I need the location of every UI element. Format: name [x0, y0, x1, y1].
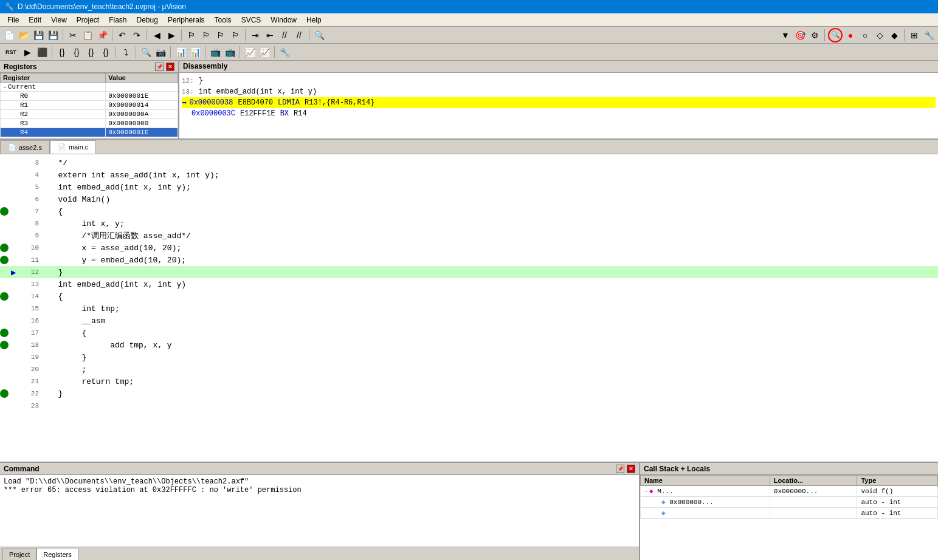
reg-row[interactable]: R4 0x0000001E	[1, 128, 178, 137]
unindent-button[interactable]: ⇤	[263, 29, 277, 42]
reg-row[interactable]: R2 0x0000000A	[1, 110, 178, 119]
menu-peripherals[interactable]: Peripherals	[163, 15, 210, 26]
settings-button[interactable]: 🔧	[922, 29, 936, 42]
run2-button[interactable]: ▶	[21, 46, 34, 59]
reg-row[interactable]: R5 0x0000001E	[1, 137, 178, 139]
chart2-button[interactable]: 📈	[258, 46, 271, 59]
menu-tools[interactable]: Tools	[210, 15, 236, 26]
stop2-button[interactable]: ⬛	[35, 46, 49, 59]
code-content[interactable]: 3 */ 4 extern int asse_add(int x, int y)…	[0, 154, 938, 462]
disp2-button[interactable]: 📺	[223, 46, 236, 59]
reg-row[interactable]: -Current	[1, 83, 178, 92]
mem2-button[interactable]: 📊	[188, 46, 202, 59]
comment-button[interactable]: //	[278, 29, 291, 42]
cam-button[interactable]: 📷	[154, 46, 167, 59]
tab-registers[interactable]: Registers	[36, 548, 78, 560]
copy-button[interactable]: 📋	[81, 29, 94, 42]
callstack-row[interactable]: ◆ 0x000000... auto - int	[641, 497, 938, 508]
menu-edit[interactable]: Edit	[24, 15, 46, 26]
reg-row[interactable]: R3 0x00000000	[1, 119, 178, 128]
code-line[interactable]: 6 void Main()	[0, 193, 938, 205]
chart1-button[interactable]: 📈	[243, 46, 257, 59]
tab-project[interactable]: Project	[2, 548, 36, 560]
menu-svcs[interactable]: SVCS	[236, 15, 266, 26]
debug-stop-button[interactable]: ○	[858, 29, 872, 42]
code-line[interactable]: 20 ;	[0, 363, 938, 375]
code-line[interactable]: 5 int embed_add(int x, int y);	[0, 181, 938, 193]
code-line[interactable]: 9 /*调用汇编函数 asse_add*/	[0, 230, 938, 242]
code-line[interactable]: 16 __asm	[0, 315, 938, 327]
menu-flash[interactable]: Flash	[104, 15, 131, 26]
mem1-button[interactable]: 📊	[174, 46, 187, 59]
code-line[interactable]: 19 }	[0, 351, 938, 363]
save-button[interactable]: 💾	[32, 29, 45, 42]
tab-mainc[interactable]: 📄 main.c	[50, 140, 96, 154]
menu-file[interactable]: File	[2, 15, 24, 26]
registers-pin-icon[interactable]: 📌	[155, 63, 164, 71]
disp1-button[interactable]: 📺	[209, 46, 222, 59]
reg-row[interactable]: R1 0x00000014	[1, 101, 178, 110]
code-line[interactable]: 14 {	[0, 290, 938, 302]
code-line[interactable]: 4 extern int asse_add(int x, int y);	[0, 169, 938, 181]
menu-help[interactable]: Help	[302, 15, 326, 26]
registers-close-icon[interactable]: ✕	[166, 63, 174, 71]
callstack-row[interactable]: -◆ M... 0x000000... void f()	[641, 486, 938, 497]
menu-window[interactable]: Window	[266, 15, 302, 26]
code-line[interactable]: 15 int tmp;	[0, 302, 938, 315]
brace1-button[interactable]: {}	[55, 46, 69, 59]
save-all-button[interactable]: 💾	[46, 29, 60, 42]
reg-row[interactable]: R0 0x0000001E	[1, 92, 178, 101]
line-number: 15	[21, 305, 39, 312]
code-line[interactable]: 18 add tmp, x, y	[0, 339, 938, 351]
code-line[interactable]: 7 {	[0, 205, 938, 217]
menu-view[interactable]: View	[46, 15, 72, 26]
command-pin-icon[interactable]: 📌	[616, 465, 624, 473]
find-in-files-button[interactable]: 🔍	[312, 29, 326, 42]
brace2-button[interactable]: {}	[70, 46, 83, 59]
code-line[interactable]: 17 {	[0, 327, 938, 339]
paste-button[interactable]: 📌	[95, 29, 109, 42]
brace4-button[interactable]: {}	[99, 46, 112, 59]
debug-step-button[interactable]: ◇	[873, 29, 886, 42]
step-into-button[interactable]: ⤵	[119, 46, 133, 59]
target-options-button[interactable]: 🎯	[793, 29, 807, 42]
cut-button[interactable]: ✂	[66, 29, 80, 42]
bookmark2-button[interactable]: 🏳	[199, 29, 213, 42]
indent-button[interactable]: ⇥	[249, 29, 262, 42]
bookmark3-button[interactable]: 🏳	[214, 29, 227, 42]
dropdown-button[interactable]: ▼	[779, 29, 792, 42]
undo-button[interactable]: ↶	[116, 29, 129, 42]
code-line[interactable]: 3 */	[0, 157, 938, 169]
forward-button[interactable]: ▶	[165, 29, 178, 42]
tab-asse2s[interactable]: 📄 asse2.s	[0, 140, 50, 154]
search-highlighted-button[interactable]: 🔍	[828, 28, 843, 43]
tool1-button[interactable]: 🔧	[278, 46, 291, 59]
uncomment-button[interactable]: //	[292, 29, 306, 42]
code-line[interactable]: ▶12 }	[0, 266, 938, 278]
menu-project[interactable]: Project	[72, 15, 104, 26]
command-close-icon[interactable]: ✕	[627, 465, 635, 473]
code-line[interactable]: 11 y = embed_add(10, 20);	[0, 254, 938, 266]
rst-button[interactable]: RST	[2, 46, 19, 59]
window-layout-button[interactable]: ⊞	[908, 29, 921, 42]
back-button[interactable]: ◀	[150, 29, 164, 42]
code-line[interactable]: 22 }	[0, 388, 938, 400]
menu-debug[interactable]: Debug	[132, 15, 163, 26]
callstack-row[interactable]: ◆ auto - int	[641, 508, 938, 519]
code-line[interactable]: 8 int x, y;	[0, 217, 938, 230]
open-button[interactable]: 📂	[17, 29, 30, 42]
bookmark1-button[interactable]: 🏳	[185, 29, 198, 42]
registers-scroll[interactable]: Register Value -Current R0 0x0000001E R1…	[0, 73, 178, 138]
code-line[interactable]: 10 x = asse_add(10, 20);	[0, 242, 938, 254]
options2-button[interactable]: ⚙	[808, 29, 821, 42]
code-line[interactable]: 13 int embed_add(int x, int y)	[0, 278, 938, 290]
redo-button[interactable]: ↷	[130, 29, 143, 42]
debug-run-button[interactable]: ●	[844, 29, 857, 42]
new-button[interactable]: 📄	[2, 29, 16, 42]
zoom-button[interactable]: 🔍	[139, 46, 153, 59]
code-line[interactable]: 21 return tmp;	[0, 375, 938, 388]
code-line[interactable]: 23	[0, 400, 938, 412]
debug-step2-button[interactable]: ◆	[888, 29, 901, 42]
bookmark4-button[interactable]: 🏳	[229, 29, 242, 42]
brace3-button[interactable]: {}	[84, 46, 98, 59]
